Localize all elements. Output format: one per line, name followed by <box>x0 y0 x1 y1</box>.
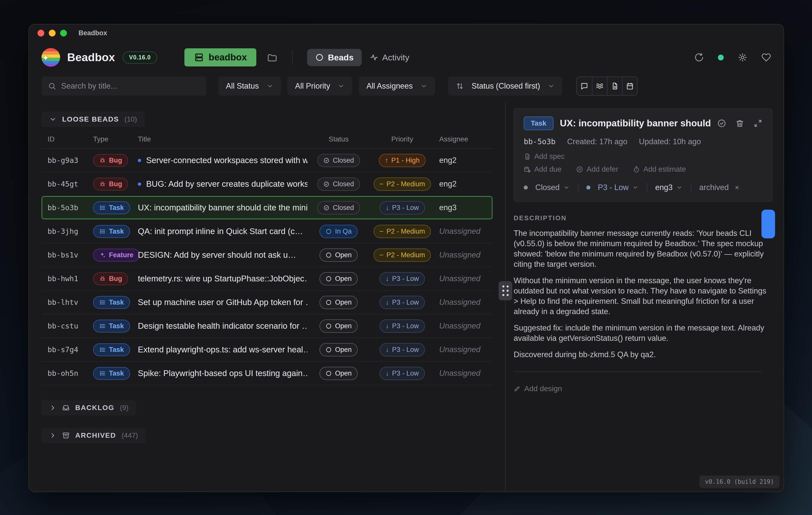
bead-id: bb-45gt <box>41 180 93 188</box>
search-input[interactable] <box>61 82 200 91</box>
bead-table-body: bb-g9a3BugServer-connected workspaces st… <box>41 149 493 385</box>
scrollbar-thumb[interactable] <box>761 210 775 238</box>
add-estimate-label: Add estimate <box>643 165 686 173</box>
bead-circle-icon <box>315 53 324 62</box>
archived-tag[interactable]: archived × <box>699 183 739 192</box>
tab-beads[interactable]: Beads <box>307 49 361 66</box>
table-row[interactable]: bb-cstuTaskDesign testable health indica… <box>41 315 493 338</box>
archived-tag-label: archived <box>699 183 729 192</box>
table-row[interactable]: bb-3jhgTaskQA: init prompt inline in Qui… <box>41 220 493 243</box>
type-badge: Bug <box>93 178 128 191</box>
detail-priority-label: P3 - Low <box>598 183 629 192</box>
check-circle-icon[interactable] <box>717 119 726 128</box>
divider <box>647 183 647 192</box>
status-pill: Open <box>319 296 358 309</box>
heart-icon[interactable] <box>761 53 771 62</box>
detail-priority-select[interactable]: P3 - Low <box>586 183 639 192</box>
priority-arrow-icon: ↓ <box>386 275 389 282</box>
add-due-button[interactable]: Add due <box>524 165 561 173</box>
bead-title: Design testable health indicator scenari… <box>138 321 308 331</box>
detail-assignee-select[interactable]: eng3 <box>655 183 683 192</box>
table-row[interactable]: bb-lhtvTaskSet up machine user or GitHub… <box>41 291 493 315</box>
priority-pill: −P2 - Medium <box>374 248 431 262</box>
add-design-button[interactable]: Add design <box>514 384 773 393</box>
chevron-down-icon <box>548 83 555 90</box>
add-spec-button[interactable]: Add spec <box>524 152 762 161</box>
document-view-button[interactable] <box>607 77 622 95</box>
calendar-view-button[interactable] <box>622 77 637 95</box>
close-window-button[interactable] <box>37 30 44 36</box>
status-pill: Open <box>319 248 358 262</box>
comments-view-button[interactable] <box>577 77 592 95</box>
description-paragraph: The incompatibility banner message curre… <box>514 228 773 269</box>
table-row[interactable]: bb-45gtBugBUG: Add by server creates dup… <box>41 172 493 196</box>
tab-activity-label: Activity <box>382 53 409 62</box>
status-pill: Open <box>319 319 358 333</box>
bead-id: bb-5o3b <box>41 204 93 212</box>
detail-status-select[interactable]: Closed <box>524 183 570 192</box>
detail-status-label: Closed <box>535 183 560 192</box>
close-icon[interactable]: × <box>735 183 739 192</box>
archived-label: ARCHIVED <box>75 431 116 439</box>
sparkle-icon: ✦ <box>42 54 49 62</box>
zoom-window-button[interactable] <box>60 30 67 36</box>
assignee: Unassigned <box>435 321 493 330</box>
bead-title: UX: incompatibility banner should cite t… <box>138 203 308 212</box>
task-icon <box>99 228 106 235</box>
priority-arrow-icon: ↓ <box>386 370 389 377</box>
table-row[interactable]: bb-bs1vFeatureDESIGN: Add by server shou… <box>41 243 493 267</box>
add-defer-button[interactable]: Add defer <box>576 165 618 173</box>
divider <box>691 183 691 192</box>
bead-title: Set up machine user or GitHub App token … <box>138 298 308 307</box>
status-filter-dropdown[interactable]: All Status <box>219 77 281 96</box>
loose-beads-section-header[interactable]: LOOSE BEADS (10) <box>41 111 145 127</box>
open-folder-icon[interactable] <box>267 52 278 63</box>
column-id: ID <box>41 135 93 143</box>
table-row[interactable]: bb-hwh1Bugtelemetry.rs: wire up StartupP… <box>41 267 493 291</box>
priority-dot <box>586 186 590 190</box>
status-dot <box>524 186 528 190</box>
tab-activity[interactable]: Activity <box>362 49 417 66</box>
search-box[interactable] <box>41 77 206 96</box>
assignee: Unassigned <box>435 250 493 260</box>
archived-section-header[interactable]: ARCHIVED (447) <box>41 428 146 443</box>
type-badge: Bug <box>93 154 128 167</box>
priority-pill: ↓P3 - Low <box>380 367 425 380</box>
assignee: eng2 <box>435 156 493 165</box>
version-badge: V0.16.0 <box>122 51 157 64</box>
chevron-down-icon <box>49 115 57 123</box>
type-badge: Task <box>93 367 130 380</box>
bead-title: BUG: Add by server creates duplicate wor… <box>146 179 308 189</box>
assignee: Unassigned <box>435 227 493 236</box>
expand-icon[interactable] <box>753 119 762 128</box>
detail-actions <box>717 119 762 128</box>
priority-arrow-icon: ↓ <box>386 323 389 329</box>
waves-view-button[interactable] <box>592 77 607 95</box>
add-estimate-button[interactable]: Add estimate <box>633 165 686 173</box>
trash-icon[interactable] <box>735 119 744 128</box>
priority-filter-dropdown[interactable]: All Priority <box>288 77 352 96</box>
table-row[interactable]: bb-s7g4TaskExtend playwright-ops.ts: add… <box>41 338 493 362</box>
sort-arrows-icon <box>456 82 464 90</box>
backlog-section-header[interactable]: BACKLOG (9) <box>41 400 136 415</box>
table-row[interactable]: bb-5o3bTaskUX: incompatibility banner sh… <box>41 196 493 220</box>
table-row[interactable]: bb-g9a3BugServer-connected workspaces st… <box>41 149 493 172</box>
unread-dot <box>138 159 141 162</box>
minimize-window-button[interactable] <box>49 30 56 36</box>
assignee: eng2 <box>435 180 493 189</box>
gear-icon[interactable] <box>738 53 747 62</box>
assignee-filter-dropdown[interactable]: All Assignees <box>359 77 435 96</box>
chevron-down-icon <box>338 83 345 90</box>
status-pill: In Qa <box>319 225 358 238</box>
toolbar: All Status All Priority All Assignees St… <box>29 73 784 98</box>
refresh-icon[interactable] <box>694 53 704 62</box>
backlog-section: BACKLOG (9) <box>41 400 493 415</box>
type-badge: Task <box>93 320 130 332</box>
bead-id: bb-lhtv <box>41 298 93 306</box>
table-row[interactable]: bb-oh5nTaskSpike: Playwright-based ops U… <box>41 362 493 385</box>
sort-dropdown[interactable]: Status (Closed first) <box>448 77 562 96</box>
workspace-button[interactable]: beadbox <box>184 48 256 66</box>
app-window: Beadbox ✦ Beadbox V0.16.0 beadbox Beads … <box>28 24 784 492</box>
type-badge: Feature <box>93 249 140 262</box>
chevron-down-icon <box>632 184 639 191</box>
